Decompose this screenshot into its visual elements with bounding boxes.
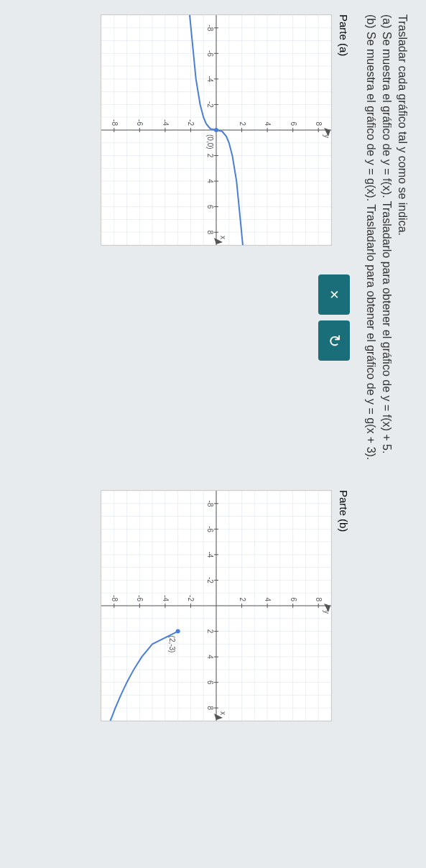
svg-text:8: 8 — [315, 121, 323, 126]
svg-point-154 — [176, 629, 180, 634]
svg-text:8: 8 — [206, 706, 214, 710]
svg-text:(2,-3): (2,-3) — [168, 636, 176, 653]
close-icon: × — [325, 290, 343, 300]
close-button[interactable]: × — [318, 274, 350, 315]
svg-text:2: 2 — [206, 154, 214, 158]
svg-text:8: 8 — [206, 230, 214, 234]
svg-text:6: 6 — [290, 597, 297, 601]
svg-text:-6: -6 — [136, 119, 144, 126]
svg-text:-2: -2 — [206, 577, 214, 583]
svg-point-76 — [214, 128, 218, 132]
svg-text:-2: -2 — [187, 119, 195, 126]
svg-text:4: 4 — [206, 179, 214, 183]
problem-statement: Trasladar cada gráfico tal y como se ind… — [364, 14, 409, 848]
svg-text:-4: -4 — [162, 595, 170, 601]
reset-icon: ↻ — [325, 334, 343, 347]
svg-text:2: 2 — [239, 121, 246, 126]
svg-text:-8: -8 — [111, 595, 119, 601]
svg-text:-4: -4 — [162, 119, 170, 126]
svg-text:-4: -4 — [206, 75, 214, 82]
svg-text:-8: -8 — [111, 119, 119, 126]
svg-text:4: 4 — [264, 597, 272, 601]
svg-text:6: 6 — [206, 205, 214, 209]
svg-text:8: 8 — [315, 597, 323, 601]
svg-text:(0,0): (0,0) — [206, 134, 214, 149]
svg-text:-6: -6 — [206, 526, 214, 532]
svg-text:4: 4 — [264, 121, 272, 126]
svg-text:2: 2 — [206, 629, 214, 634]
problem-part-b: (b) Se muestra el gráfico de y = g(x). T… — [364, 14, 377, 848]
svg-text:x: x — [219, 236, 227, 239]
svg-text:6: 6 — [290, 121, 297, 126]
svg-text:-2: -2 — [206, 101, 214, 108]
svg-text:2: 2 — [239, 597, 246, 601]
parte-a-label: Parte (a) — [338, 14, 350, 246]
reset-button[interactable]: ↻ — [318, 320, 350, 361]
graph-parte-a[interactable]: xy-8-6-4-22468-8-6-4-22468(0,0) — [101, 14, 332, 246]
problem-part-a: (a) Se muestra el gráfico de y = f(x). T… — [380, 14, 393, 848]
parte-b-label: Parte (b) — [338, 490, 350, 721]
svg-text:-8: -8 — [206, 500, 214, 507]
svg-text:-8: -8 — [206, 24, 214, 31]
svg-text:y: y — [323, 610, 330, 614]
svg-text:x: x — [219, 711, 227, 715]
svg-text:-2: -2 — [187, 595, 195, 601]
svg-text:6: 6 — [206, 680, 214, 685]
svg-text:-6: -6 — [206, 50, 214, 57]
problem-intro: Trasladar cada gráfico tal y como se ind… — [396, 14, 409, 848]
svg-text:-6: -6 — [136, 595, 144, 601]
svg-text:y: y — [323, 134, 330, 138]
graph-parte-b[interactable]: xy-8-6-4-22468-8-6-4-22468(2,-3) — [101, 490, 332, 721]
svg-text:4: 4 — [206, 655, 214, 659]
svg-text:-4: -4 — [206, 551, 214, 558]
